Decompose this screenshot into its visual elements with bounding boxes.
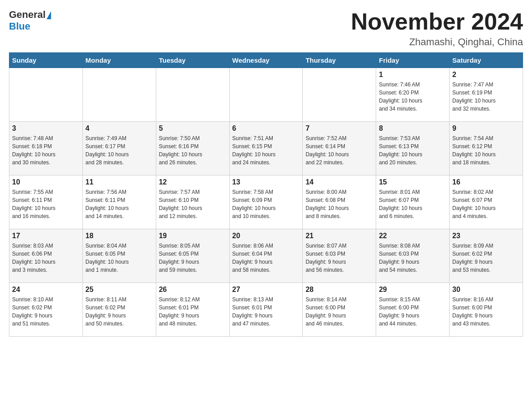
day-number: 22 (379, 232, 446, 240)
calendar-cell: 11Sunrise: 7:56 AM Sunset: 6:11 PM Dayli… (82, 176, 156, 229)
weekday-header: Wednesday (229, 53, 303, 68)
day-number: 13 (232, 178, 300, 186)
day-info: Sunrise: 8:08 AM Sunset: 6:03 PM Dayligh… (379, 242, 446, 274)
logo-blue: Blue (9, 21, 30, 32)
calendar-cell: 25Sunrise: 8:11 AM Sunset: 6:02 PM Dayli… (82, 283, 156, 337)
day-number: 24 (12, 286, 80, 294)
calendar-cell: 18Sunrise: 8:04 AM Sunset: 6:05 PM Dayli… (82, 229, 156, 283)
day-number: 10 (12, 178, 80, 186)
logo: General Blue (9, 9, 51, 32)
weekday-header: Saturday (450, 53, 523, 68)
day-info: Sunrise: 7:52 AM Sunset: 6:14 PM Dayligh… (305, 134, 373, 167)
calendar-cell: 28Sunrise: 8:14 AM Sunset: 6:00 PM Dayli… (303, 283, 376, 337)
calendar-cell: 15Sunrise: 8:01 AM Sunset: 6:07 PM Dayli… (376, 176, 450, 229)
calendar-cell: 9Sunrise: 7:54 AM Sunset: 6:12 PM Daylig… (450, 122, 523, 176)
day-info: Sunrise: 8:04 AM Sunset: 6:05 PM Dayligh… (86, 242, 153, 274)
day-number: 16 (452, 178, 520, 186)
calendar-cell: 2Sunrise: 7:47 AM Sunset: 6:19 PM Daylig… (450, 68, 523, 122)
day-info: Sunrise: 8:01 AM Sunset: 6:07 PM Dayligh… (379, 188, 446, 220)
day-info: Sunrise: 7:48 AM Sunset: 6:18 PM Dayligh… (12, 134, 80, 167)
calendar-cell (303, 68, 376, 122)
day-number: 19 (159, 232, 227, 240)
day-info: Sunrise: 8:00 AM Sunset: 6:08 PM Dayligh… (305, 188, 373, 220)
day-number: 30 (452, 286, 520, 294)
calendar-cell: 14Sunrise: 8:00 AM Sunset: 6:08 PM Dayli… (303, 176, 376, 229)
calendar-cell: 13Sunrise: 7:58 AM Sunset: 6:09 PM Dayli… (229, 176, 303, 229)
day-number: 21 (305, 232, 373, 240)
calendar-week-row: 1Sunrise: 7:46 AM Sunset: 6:20 PM Daylig… (9, 68, 523, 122)
calendar-cell: 5Sunrise: 7:50 AM Sunset: 6:16 PM Daylig… (156, 122, 229, 176)
calendar-cell: 4Sunrise: 7:49 AM Sunset: 6:17 PM Daylig… (82, 122, 156, 176)
logo-triangle-icon (47, 11, 51, 19)
weekday-header: Monday (82, 53, 156, 68)
day-number: 11 (86, 178, 153, 186)
day-number: 17 (12, 232, 80, 240)
calendar-cell: 26Sunrise: 8:12 AM Sunset: 6:01 PM Dayli… (156, 283, 229, 337)
day-number: 28 (305, 286, 373, 294)
day-number: 25 (86, 286, 153, 294)
day-number: 26 (159, 286, 227, 294)
logo-general: General (9, 9, 46, 20)
calendar-cell: 22Sunrise: 8:08 AM Sunset: 6:03 PM Dayli… (376, 229, 450, 283)
day-number: 29 (379, 286, 446, 294)
day-info: Sunrise: 8:06 AM Sunset: 6:04 PM Dayligh… (232, 242, 300, 274)
day-info: Sunrise: 7:57 AM Sunset: 6:10 PM Dayligh… (159, 188, 227, 220)
day-info: Sunrise: 7:47 AM Sunset: 6:19 PM Dayligh… (452, 81, 520, 113)
calendar-cell: 1Sunrise: 7:46 AM Sunset: 6:20 PM Daylig… (376, 68, 450, 122)
calendar-cell (156, 68, 229, 122)
day-info: Sunrise: 8:10 AM Sunset: 6:02 PM Dayligh… (12, 295, 80, 328)
day-info: Sunrise: 8:03 AM Sunset: 6:06 PM Dayligh… (12, 242, 80, 274)
calendar-cell: 20Sunrise: 8:06 AM Sunset: 6:04 PM Dayli… (229, 229, 303, 283)
day-number: 14 (305, 178, 373, 186)
day-info: Sunrise: 8:12 AM Sunset: 6:01 PM Dayligh… (159, 295, 227, 328)
day-info: Sunrise: 8:02 AM Sunset: 6:07 PM Dayligh… (452, 188, 520, 220)
weekday-header: Sunday (9, 53, 83, 68)
day-info: Sunrise: 8:05 AM Sunset: 6:05 PM Dayligh… (159, 242, 227, 274)
calendar-cell: 29Sunrise: 8:15 AM Sunset: 6:00 PM Dayli… (376, 283, 450, 337)
weekday-header: Tuesday (156, 53, 229, 68)
weekday-header-row: SundayMondayTuesdayWednesdayThursdayFrid… (9, 53, 523, 68)
day-number: 2 (452, 71, 520, 79)
day-info: Sunrise: 7:54 AM Sunset: 6:12 PM Dayligh… (452, 134, 520, 167)
calendar-cell: 10Sunrise: 7:55 AM Sunset: 6:11 PM Dayli… (9, 176, 83, 229)
calendar-week-row: 17Sunrise: 8:03 AM Sunset: 6:06 PM Dayli… (9, 229, 523, 283)
calendar-week-row: 3Sunrise: 7:48 AM Sunset: 6:18 PM Daylig… (9, 122, 523, 176)
day-number: 8 (379, 124, 446, 133)
day-info: Sunrise: 8:14 AM Sunset: 6:00 PM Dayligh… (305, 295, 373, 328)
day-info: Sunrise: 7:51 AM Sunset: 6:15 PM Dayligh… (232, 134, 300, 167)
calendar-cell: 16Sunrise: 8:02 AM Sunset: 6:07 PM Dayli… (450, 176, 523, 229)
calendar-table: SundayMondayTuesdayWednesdayThursdayFrid… (9, 52, 523, 337)
day-info: Sunrise: 8:16 AM Sunset: 6:00 PM Dayligh… (452, 295, 520, 328)
calendar-cell: 7Sunrise: 7:52 AM Sunset: 6:14 PM Daylig… (303, 122, 376, 176)
calendar-cell (229, 68, 303, 122)
calendar-cell: 24Sunrise: 8:10 AM Sunset: 6:02 PM Dayli… (9, 283, 83, 337)
day-number: 5 (159, 124, 227, 133)
calendar-cell: 27Sunrise: 8:13 AM Sunset: 6:01 PM Dayli… (229, 283, 303, 337)
location: Zhamashi, Qinghai, China (351, 36, 523, 48)
day-info: Sunrise: 7:56 AM Sunset: 6:11 PM Dayligh… (86, 188, 153, 220)
day-info: Sunrise: 7:55 AM Sunset: 6:11 PM Dayligh… (12, 188, 80, 220)
day-info: Sunrise: 8:09 AM Sunset: 6:02 PM Dayligh… (452, 242, 520, 274)
calendar-cell: 21Sunrise: 8:07 AM Sunset: 6:03 PM Dayli… (303, 229, 376, 283)
day-info: Sunrise: 8:15 AM Sunset: 6:00 PM Dayligh… (379, 295, 446, 328)
day-info: Sunrise: 7:46 AM Sunset: 6:20 PM Dayligh… (379, 81, 446, 113)
day-info: Sunrise: 8:13 AM Sunset: 6:01 PM Dayligh… (232, 295, 300, 328)
day-number: 6 (232, 124, 300, 133)
calendar-cell: 6Sunrise: 7:51 AM Sunset: 6:15 PM Daylig… (229, 122, 303, 176)
day-number: 15 (379, 178, 446, 186)
calendar-cell: 23Sunrise: 8:09 AM Sunset: 6:02 PM Dayli… (450, 229, 523, 283)
day-info: Sunrise: 7:50 AM Sunset: 6:16 PM Dayligh… (159, 134, 227, 167)
month-title: November 2024 (351, 9, 523, 34)
day-number: 23 (452, 232, 520, 240)
title-section: November 2024 Zhamashi, Qinghai, China (351, 9, 523, 48)
calendar-cell: 3Sunrise: 7:48 AM Sunset: 6:18 PM Daylig… (9, 122, 83, 176)
calendar-cell: 12Sunrise: 7:57 AM Sunset: 6:10 PM Dayli… (156, 176, 229, 229)
day-number: 20 (232, 232, 300, 240)
calendar-cell: 19Sunrise: 8:05 AM Sunset: 6:05 PM Dayli… (156, 229, 229, 283)
calendar-cell: 30Sunrise: 8:16 AM Sunset: 6:00 PM Dayli… (450, 283, 523, 337)
weekday-header: Thursday (303, 53, 376, 68)
day-number: 9 (452, 124, 520, 133)
day-number: 12 (159, 178, 227, 186)
day-number: 7 (305, 124, 373, 133)
day-info: Sunrise: 8:07 AM Sunset: 6:03 PM Dayligh… (305, 242, 373, 274)
